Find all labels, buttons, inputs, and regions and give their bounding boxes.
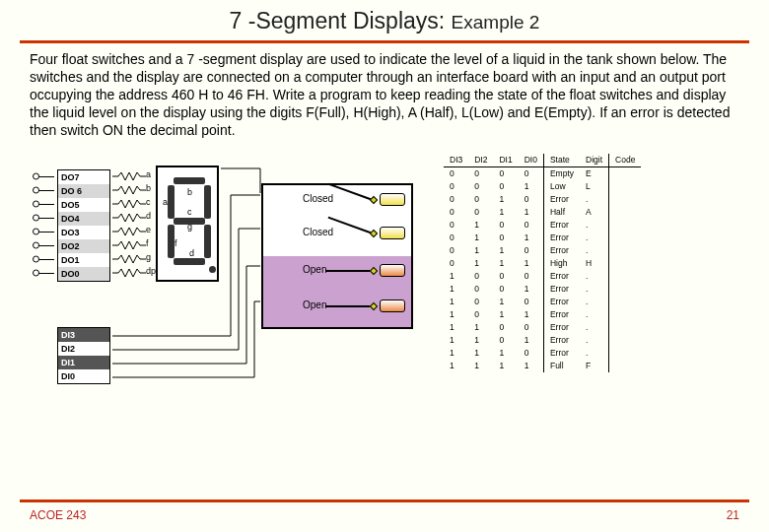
table-row: 1000Error. <box>444 270 641 283</box>
di1-label: DI1 <box>58 356 109 369</box>
wiring-icon <box>112 164 280 390</box>
footer-page: 21 <box>727 508 739 522</box>
do6-label: DO 6 <box>58 184 109 198</box>
title-main: 7 -Segment Displays: <box>230 8 446 33</box>
title-rule <box>20 40 749 43</box>
float-switch-2 <box>380 227 405 239</box>
float-3-state: Open <box>303 264 326 275</box>
digital-input-port: DI3 DI2 DI1 DI0 <box>57 327 110 384</box>
float-4-state: Open <box>303 299 326 310</box>
table-row: 0010Error. <box>444 193 641 206</box>
float-1-state: Closed <box>303 193 333 204</box>
do3-label: DO3 <box>58 226 109 239</box>
do7-label: DO7 <box>58 170 109 184</box>
problem-text: Four float switches and a 7 -segment dis… <box>30 51 743 140</box>
title-sub: Example 2 <box>452 12 540 33</box>
liquid-tank: Closed Closed Open Open <box>261 183 413 329</box>
truth-table: DI3 DI2 DI1 DI0 State Digit Code 0000Emp… <box>444 154 641 372</box>
do2-label: DO2 <box>58 239 109 253</box>
table-row: 1010Error. <box>444 296 641 308</box>
diagram-area: DO7 DO 6 DO5 DO4 DO3 DO2 DO1 DO0 a b c d… <box>20 150 769 455</box>
di3-label: DI3 <box>58 328 109 342</box>
slide-title: 7 -Segment Displays: Example 2 <box>0 0 769 34</box>
table-row: 1101Error. <box>444 334 641 347</box>
table-row: 0110Error. <box>444 244 641 257</box>
di2-label: DI2 <box>58 342 109 356</box>
do4-label: DO4 <box>58 212 109 226</box>
do5-label: DO5 <box>58 198 109 212</box>
float-switch-1 <box>380 193 405 206</box>
footer-course: ACOE 243 <box>30 508 86 522</box>
table-row: 0111HighH <box>444 257 641 270</box>
table-row: 0101Error. <box>444 232 641 244</box>
float-2-state: Closed <box>303 227 333 237</box>
digital-output-port: DO7 DO 6 DO5 DO4 DO3 DO2 DO1 DO0 <box>57 169 110 282</box>
table-row: 1110Error. <box>444 347 641 360</box>
table-row: 0011HalfA <box>444 206 641 219</box>
float-switch-3 <box>380 264 405 277</box>
table-header-row: DI3 DI2 DI1 DI0 State Digit Code <box>444 154 641 167</box>
table-row: 1111FullF <box>444 360 641 372</box>
table-row: 0100Error. <box>444 219 641 232</box>
float-switch-4 <box>380 299 405 312</box>
footer-rule <box>20 499 749 502</box>
table-row: 1100Error. <box>444 321 641 334</box>
di0-label: DI0 <box>58 369 109 383</box>
table-row: 1001Error. <box>444 283 641 296</box>
table-row: 1011Error. <box>444 308 641 321</box>
table-row: 0000EmptyE <box>444 166 641 180</box>
do1-label: DO1 <box>58 253 109 267</box>
do0-label: DO0 <box>58 267 109 281</box>
table-row: 0001LowL <box>444 180 641 193</box>
